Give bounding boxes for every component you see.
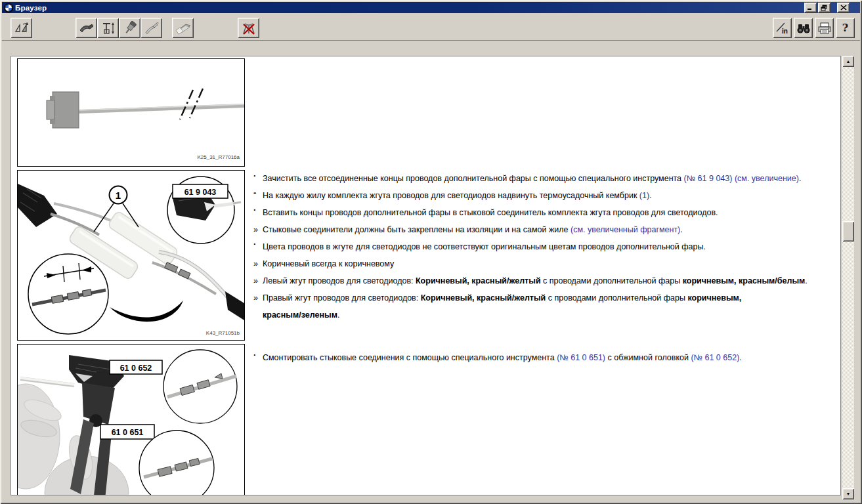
help-icon: ? [842,22,848,34]
connector-body [53,92,79,128]
pick-tool-button[interactable] [75,18,97,38]
printer-icon [817,21,832,35]
minimize-button[interactable] [804,3,817,12]
text-run: Левый жгут проводов для светодиодов: [263,276,416,285]
no-lift-tool-icon [241,20,257,36]
toolbar: in ? [2,13,860,41]
bullet-marker: » [253,255,263,272]
text-run: Коричневый всегда к коричневому [263,259,394,268]
bullet-marker: · [253,346,263,364]
search-button[interactable] [794,18,813,38]
help-button[interactable]: ? [836,18,855,38]
bmw-logo-icon [3,3,13,12]
instruction-text: Левый жгут проводов для светодиодов: Кор… [263,272,808,289]
bold-text: коричневым, [687,293,741,303]
inline-link[interactable]: (1) [639,191,649,200]
bullet-marker: · [253,201,263,219]
bullet-marker: » [253,289,263,306]
instructions-column: ·Зачистить все отсоединенные концы прово… [253,170,841,366]
text-run: Смонтировать стыковые соединения с помощ… [263,353,557,362]
pliers-button[interactable] [140,18,162,38]
tool-number-label: 61 0 652 [120,364,152,373]
figure-heat-shrink[interactable]: 1 61 9 043 [17,170,245,341]
bold-text: коричневым, красным/белым [683,276,806,285]
text-run: . [680,225,682,234]
text-run: Вставить концы проводов дополнительной ф… [263,208,718,217]
arrow-up-icon: ▲ [846,59,851,64]
bullet-marker: » [253,272,263,289]
window-title: Браузер [15,4,47,12]
binoculars-icon [796,21,811,35]
print-button[interactable] [815,18,834,38]
swoosh-shape [110,301,183,322]
spark-plug-icon [122,21,138,35]
instruction-text: Зачистить все отсоединенные концы провод… [263,170,801,187]
arrow-down-icon: ▼ [846,492,851,496]
instruction-text: Цвета проводов в жгуте для светодиодов н… [263,238,706,255]
tool-number-label: 61 0 651 [112,428,144,437]
close-button[interactable] [837,3,850,12]
measuring-gauge-icon [100,21,116,35]
text-run: . [805,276,807,285]
bold-text: Коричневый, красный/желтый [421,293,546,303]
instruction-paragraph: »Стыковые соединители должны быть закреп… [253,221,841,238]
pliers-icon [144,21,160,35]
measuring-gauge-button[interactable] [97,18,119,38]
scroll-down-button[interactable]: ▼ [842,488,854,499]
text-run: Правый жгут проводов для светодиодов: [263,293,421,303]
minimize-icon [807,5,814,10]
bold-text: красным/зеленым [263,310,337,320]
inset-crimp-detail [28,254,108,334]
content-area: K25_31_R77016a [2,41,860,502]
unit-label: in [782,28,788,35]
text-run: . [799,174,801,183]
text-run: Цвета проводов в жгуте для светодиодов н… [263,242,706,251]
instruction-text: Стыковые соединители должны быть закрепл… [263,221,683,238]
bullet-marker: · [253,167,263,184]
text-run: с обжимной головкой [605,353,691,362]
figure-wire-cut[interactable]: K25_31_R77016a [17,58,245,167]
bullet-marker: · [253,236,263,253]
text-run: . [649,191,651,200]
bullet-marker: - [253,184,263,201]
instruction-text: Вставить концы проводов дополнительной ф… [263,204,718,221]
vertical-scrollbar[interactable]: ▲ ▼ [842,56,854,499]
title-bar[interactable]: Браузер [2,2,860,13]
inline-link[interactable]: (см. увеличение) [735,174,799,183]
text-run: Зачистить все отсоединенные концы провод… [263,174,684,183]
inset-splice-bottom [139,430,214,495]
pick-tool-icon [79,21,95,35]
document-panel: K25_31_R77016a [11,56,841,495]
inline-link[interactable]: (см. увеличенный фрагмент) [571,225,680,234]
restore-button[interactable] [818,3,830,12]
tool-number-label: 61 9 043 [184,188,217,197]
flip-view-button[interactable] [11,18,32,38]
window-controls [804,3,859,12]
inline-link[interactable]: (№ 61 0 651) [557,353,605,362]
scrollbar-thumb[interactable] [842,221,854,242]
instruction-paragraph: »Коричневый всегда к коричневому [253,255,841,272]
measure-units-icon: in [775,20,790,36]
instruction-paragraph: -На каждую жилу комплекта жгута проводов… [253,187,841,204]
flip-view-icon [14,21,30,35]
scroll-up-button[interactable]: ▲ [842,56,854,67]
eraser-button[interactable] [172,18,194,38]
wire-loom [18,184,57,227]
app-window: Браузер [0,0,862,504]
figure-crimping-tool[interactable]: 61 0 652 61 0 651 [17,344,245,495]
instruction-text: Правый жгут проводов для светодиодов: Ко… [263,289,741,324]
text-run: Стыковые соединители должны быть закрепл… [263,225,571,234]
eraser-icon [175,21,192,35]
text-run: с проводами дополнительной фары [546,293,687,303]
inline-link[interactable]: (№ 61 9 043) [684,174,733,183]
spark-plug-button[interactable] [119,18,140,38]
instruction-text: На каждую жилу комплекта жгута проводов … [263,187,652,204]
no-lift-tool-button[interactable] [238,18,259,38]
toolbar-right-group: in ? [773,18,855,38]
text-run: На каждую жилу комплекта жгута проводов … [263,191,639,200]
instruction-paragraph: ·Вставить концы проводов дополнительной … [253,204,841,221]
inset-splice-top [163,350,237,423]
measure-units-button[interactable]: in [773,18,792,38]
inline-link[interactable]: (№ 61 0 652) [691,353,739,362]
instruction-paragraph: ·Цвета проводов в жгуте для светодиодов … [253,238,841,255]
